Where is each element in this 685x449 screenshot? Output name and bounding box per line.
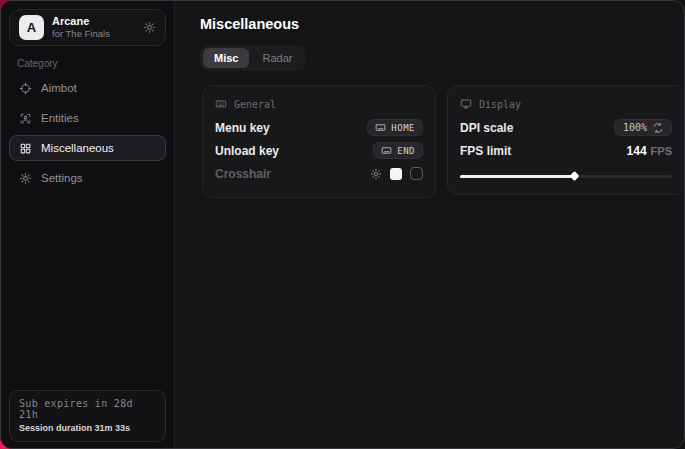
grid-icon — [19, 142, 32, 155]
gear-icon — [19, 172, 32, 185]
menu-keybind-value: HOME — [391, 123, 415, 133]
tab-bar: Misc Radar — [200, 45, 306, 71]
sync-gear-icon[interactable] — [143, 21, 156, 34]
display-panel-header: Display — [460, 98, 672, 110]
slider-track[interactable] — [460, 175, 672, 178]
sidebar-nav: Aimbot Entities Miscel — [1, 75, 174, 191]
sidebar-item-label: Entities — [41, 112, 79, 124]
logo-card: A Arcane for The Finals — [9, 9, 166, 46]
sub-expires-text: Sub expires in 28d 21h — [19, 398, 156, 420]
dpi-scale-select[interactable]: 100% — [614, 119, 672, 136]
dpi-scale-label: DPI scale — [460, 121, 513, 135]
sidebar-item-aimbot[interactable]: Aimbot — [9, 75, 166, 101]
page-title: Miscellaneous — [200, 16, 685, 32]
unload-keybind-button[interactable]: END — [373, 142, 423, 159]
subscription-card: Sub expires in 28d 21h Session duration … — [9, 390, 166, 442]
fps-limit-label: FPS limit — [460, 144, 511, 158]
fps-unit: FPS — [651, 145, 672, 157]
menu-key-row: Menu key HOME — [215, 116, 423, 139]
unload-key-label: Unload key — [215, 144, 279, 158]
app-titles: Arcane for The Finals — [52, 15, 110, 41]
general-panel: General Menu key HOME Unload key — [202, 85, 436, 198]
fps-slider-fill — [460, 175, 574, 178]
crosshair-icon — [19, 82, 32, 95]
crosshair-label: Crosshair — [215, 167, 271, 181]
crosshair-checkbox[interactable] — [410, 167, 423, 180]
fps-limit-value: 144 FPS — [627, 144, 672, 158]
app-name: Arcane — [52, 15, 110, 29]
tab-misc[interactable]: Misc — [203, 48, 249, 68]
fps-number: 144 — [627, 144, 647, 158]
menu-keybind-button[interactable]: HOME — [367, 119, 423, 136]
cycle-icon — [653, 123, 663, 133]
session-duration-text: Session duration 31m 33s — [19, 423, 156, 433]
sidebar-item-label: Aimbot — [41, 82, 77, 94]
sidebar-item-settings[interactable]: Settings — [9, 165, 166, 191]
dpi-scale-row: DPI scale 100% — [460, 116, 672, 139]
dpi-scale-value: 100% — [623, 122, 647, 133]
sidebar-item-label: Miscellaneous — [41, 142, 114, 154]
crosshair-settings-gear-icon[interactable] — [370, 168, 382, 180]
general-panel-header: General — [215, 98, 423, 110]
monitor-icon — [460, 98, 472, 110]
category-label: Category — [17, 58, 174, 69]
panels-row: General Menu key HOME Unload key — [202, 85, 685, 198]
display-panel: Display DPI scale 100% — [447, 85, 685, 195]
keyboard-icon — [375, 122, 386, 133]
fps-limit-row: FPS limit 144 FPS — [460, 139, 672, 162]
keyboard-icon — [215, 98, 227, 110]
scan-person-icon — [19, 112, 32, 125]
app-window: A Arcane for The Finals Category — [0, 0, 685, 449]
unload-key-row: Unload key END — [215, 139, 423, 162]
slider-thumb[interactable] — [570, 171, 580, 181]
sidebar: A Arcane for The Finals Category — [1, 1, 175, 448]
sidebar-item-miscellaneous[interactable]: Miscellaneous — [9, 135, 166, 161]
general-panel-title: General — [234, 99, 276, 110]
crosshair-color-swatch[interactable] — [390, 168, 402, 180]
app-subtitle: for The Finals — [52, 28, 110, 40]
crosshair-row: Crosshair — [215, 162, 423, 185]
fps-limit-slider[interactable] — [460, 170, 672, 182]
sidebar-item-label: Settings — [41, 172, 83, 184]
app-logo: A — [19, 15, 44, 40]
tab-radar[interactable]: Radar — [251, 48, 303, 68]
unload-keybind-value: END — [397, 146, 415, 156]
menu-key-label: Menu key — [215, 121, 270, 135]
display-panel-title: Display — [479, 99, 521, 110]
sidebar-item-entities[interactable]: Entities — [9, 105, 166, 131]
main-content: Miscellaneous Misc Radar General Menu ke… — [175, 1, 685, 448]
keyboard-icon — [381, 145, 392, 156]
crosshair-controls — [370, 167, 423, 180]
